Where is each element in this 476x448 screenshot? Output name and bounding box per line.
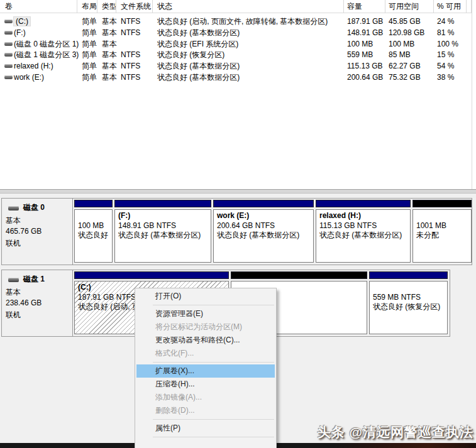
partition-body: 559 MB NTFS状态良好 (恢复分区) — [369, 281, 448, 334]
column-header-8[interactable]: % 可用 — [434, 0, 467, 13]
partition-name — [373, 283, 444, 293]
partition-name: (F:) — [118, 211, 208, 221]
column-header-7[interactable]: 可用空间 — [385, 0, 434, 13]
partition-type-strip — [231, 271, 367, 279]
volume-status: 状态良好 (基本数据分区) — [157, 72, 240, 83]
partition-size-line: 148.91 GB NTFS — [118, 221, 208, 231]
volume-fs: NTFS — [121, 60, 140, 72]
volume-pct-free: 24 % — [437, 16, 454, 27]
volume-icon — [4, 42, 13, 46]
volume-row[interactable]: relaxed (H:)简单基本NTFS状态良好 (基本数据分区)115.13 … — [0, 60, 472, 72]
column-header-blank — [467, 0, 472, 13]
partition-size-line: 1001 MB — [416, 221, 468, 231]
volume-layout: 简单 — [82, 27, 97, 38]
volume-name: work (E:) — [14, 72, 44, 83]
disk-icon — [8, 278, 19, 282]
partition-size-line: 559 MB NTFS — [373, 293, 444, 303]
partition[interactable]: work (E:)200.64 GB NTFS状态良好 (基本数据分区) — [213, 200, 314, 263]
volume-type: 基本 — [102, 38, 117, 50]
menu-item-P[interactable]: 属性(P) — [136, 422, 275, 435]
volume-fs: NTFS — [121, 27, 140, 38]
menu-item-H[interactable]: 帮助(H) — [136, 439, 275, 448]
partition-status-line: 状态良好 (基本数据分区) — [319, 231, 407, 241]
partition-body: work (E:)200.64 GB NTFS状态良好 (基本数据分区) — [213, 209, 314, 263]
volume-free: 85 MB — [389, 49, 411, 60]
partition-type-strip — [369, 271, 448, 279]
volume-icon — [4, 19, 13, 23]
volume-pct-free: 100 % — [437, 38, 458, 50]
menu-item-F: 格式化(F)... — [136, 347, 275, 360]
partition-type-strip — [114, 200, 211, 207]
partition-status-line: 状态良好 (基本数据分区) — [118, 231, 208, 241]
volume-name-label: (C:) — [14, 17, 30, 26]
menu-item-A: 添加镜像(A)... — [136, 391, 275, 404]
volume-fs: NTFS — [121, 72, 140, 83]
volume-type: 基本 — [102, 60, 117, 72]
volume-type: 基本 — [102, 16, 117, 27]
partition[interactable]: (F:)148.91 GB NTFS状态良好 (基本数据分区) — [114, 200, 211, 263]
partition-status-line: 未分配 — [416, 231, 468, 241]
partition-name: work (E:) — [217, 211, 310, 221]
volume-icon — [4, 64, 13, 68]
disk-label-panel[interactable]: 磁盘 0基本465.76 GB联机 — [2, 199, 73, 265]
partition-body: (F:)148.91 GB NTFS状态良好 (基本数据分区) — [114, 209, 211, 263]
volume-free: 75.32 GB — [389, 72, 421, 83]
volume-name: (磁盘 1 磁盘分区 3) — [14, 49, 79, 60]
volume-name-label: work (E:) — [14, 73, 44, 82]
volume-capacity: 148.91 GB — [347, 27, 383, 38]
volume-free: 62.27 GB — [389, 60, 421, 72]
volume-layout: 简单 — [82, 49, 97, 60]
menu-separator — [153, 305, 274, 305]
partition[interactable]: 100 MB状态良好 — [74, 200, 113, 263]
column-header-6[interactable]: 容量 — [344, 0, 385, 13]
volume-capacity: 559 MB — [347, 49, 373, 60]
column-header-3[interactable]: 类型 — [97, 0, 116, 13]
volume-layout: 简单 — [82, 72, 97, 83]
column-header-2[interactable]: 布局 — [77, 0, 97, 13]
partition-name — [416, 211, 468, 221]
menu-item-X[interactable]: 扩展卷(X)... — [136, 364, 275, 378]
partition-name — [78, 211, 109, 221]
disk-label-panel[interactable]: 磁盘 1基本238.46 GB联机 — [2, 270, 73, 336]
partition-status-line: 状态良好 — [78, 231, 109, 241]
volume-fs: NTFS — [121, 49, 140, 60]
volume-status: 状态良好 (EFI 系统分区) — [157, 38, 238, 50]
volume-row[interactable]: (磁盘 0 磁盘分区 1)简单基本状态良好 (EFI 系统分区)100 MB10… — [0, 38, 472, 50]
volume-name-label: (磁盘 1 磁盘分区 3) — [14, 50, 79, 59]
volume-capacity: 100 MB — [347, 38, 373, 50]
column-header-1[interactable]: 卷 — [0, 0, 77, 13]
partition-type-strip — [316, 200, 411, 207]
menu-item-C[interactable]: 更改驱动器号和路径(C)... — [136, 334, 275, 347]
partition-body: 1001 MB未分配 — [412, 209, 472, 263]
volume-pct-free: 15 % — [437, 49, 454, 60]
menu-item-H[interactable]: 压缩卷(H)... — [136, 378, 275, 391]
menu-separator — [153, 419, 274, 420]
volume-row[interactable]: (C:)简单基本NTFS状态良好 (启动, 页面文件, 故障转储, 基本数据分区… — [0, 16, 472, 27]
column-header-4[interactable]: 文件系统 — [116, 0, 153, 13]
pane-splitter[interactable] — [0, 189, 476, 194]
volume-status: 状态良好 (基本数据分区) — [157, 60, 240, 72]
volume-type: 基本 — [102, 72, 117, 83]
menu-item-O[interactable]: 打开(O) — [136, 290, 275, 303]
volume-pct-free: 38 % — [437, 72, 454, 83]
volume-row[interactable]: work (E:)简单基本NTFS状态良好 (基本数据分区)200.64 GB7… — [0, 72, 472, 83]
column-header-5[interactable]: 状态 — [153, 0, 344, 13]
volume-free: 100 MB — [389, 38, 414, 50]
partition-type-strip — [74, 271, 229, 279]
partition[interactable]: relaxed (H:)115.13 GB NTFS状态良好 (基本数据分区) — [316, 200, 411, 263]
volume-layout: 简单 — [82, 38, 97, 50]
partition[interactable]: 1001 MB未分配 — [412, 200, 472, 263]
volume-row[interactable]: (F:)简单基本NTFS状态良好 (基本数据分区)148.91 GB120.98… — [0, 27, 472, 38]
volume-name: (F:) — [14, 27, 26, 38]
partition[interactable]: 559 MB NTFS状态良好 (恢复分区) — [369, 271, 448, 334]
menu-item-E[interactable]: 资源管理器(E) — [136, 307, 275, 320]
volume-name: (C:) — [14, 16, 30, 27]
disk-name: 磁盘 1 — [23, 274, 45, 285]
volume-type: 基本 — [102, 49, 117, 60]
volume-name-label: (磁盘 0 磁盘分区 1) — [14, 40, 79, 48]
partition-status-line: 状态良好 (基本数据分区) — [217, 231, 310, 241]
volume-free: 120.98 GB — [389, 27, 424, 38]
volume-pct-free: 81 % — [437, 27, 454, 38]
menu-item-M: 将分区标记为活动分区(M) — [136, 320, 275, 334]
volume-row[interactable]: (磁盘 1 磁盘分区 3)简单基本NTFS状态良好 (恢复分区)559 MB85… — [0, 49, 472, 60]
